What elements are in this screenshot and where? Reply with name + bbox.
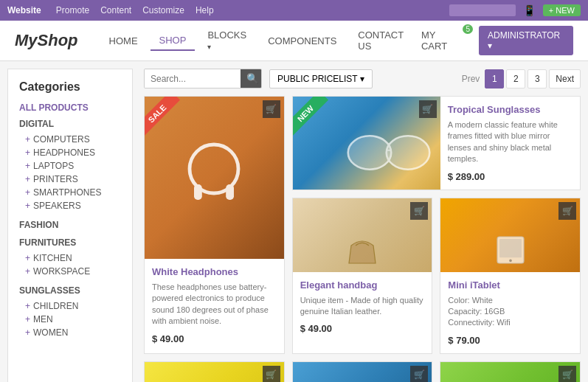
product-desc-sunglasses: A modern classic feature white frames fi…	[448, 119, 573, 165]
product-image-bottom2: 🛒	[293, 362, 432, 382]
cart-badge: 5	[463, 24, 473, 34]
sidebar-item-men[interactable]: MEN	[19, 313, 121, 326]
sidebar-section-furnitures-title: FURNITURES	[19, 237, 121, 248]
sidebar-item-workspace[interactable]: WORKSPACE	[19, 265, 121, 278]
product-image-bottom1: 🛒	[145, 362, 284, 382]
sidebar-item-speakers[interactable]: SPEAKERS	[19, 199, 121, 212]
svg-point-4	[386, 136, 429, 170]
sale-badge: SALE	[145, 97, 185, 137]
product-price-handbag: $ 49.00	[300, 323, 425, 334]
sidebar-item-computers[interactable]: COMPUTERS	[19, 133, 121, 146]
product-info-sunglasses: Tropical Sunglasses A modern classic fea…	[440, 97, 580, 190]
product-card-sunglasses: NEW 🛒 Tropical Sunglasses	[292, 96, 581, 190]
admin-nav-content[interactable]: Content	[100, 5, 131, 15]
product-image-headphones: SALE 🛒	[145, 97, 284, 259]
sidebar-item-laptops[interactable]: LAPTOPS	[19, 159, 121, 173]
admin-nav-help[interactable]: Help	[196, 5, 214, 15]
admin-nav-customize[interactable]: Customize	[142, 5, 184, 15]
admin-search-bar	[449, 4, 516, 16]
all-products-link[interactable]: ALL PRODUCTS	[19, 103, 121, 113]
sidebar-section-digital: DIGITAL COMPUTERS HEADPHONES LAPTOPS PRI…	[19, 119, 121, 212]
shop-main: 🔍 PUBLIC PRICELIST Prev 1 2 3 Next SALE …	[144, 69, 581, 382]
search-input[interactable]	[145, 69, 241, 88]
product-desc-tablet: Color: White Capacity: 16GB Connectivity…	[448, 295, 573, 329]
sidebar-item-kitchen[interactable]: KITCHEN	[19, 251, 121, 265]
admin-nav-promote[interactable]: Promote	[56, 5, 89, 15]
sidebar: Categories ALL PRODUCTS DIGITAL COMPUTER…	[7, 69, 133, 382]
add-to-cart-bottom1[interactable]: 🛒	[263, 366, 280, 382]
admin-bar: Website Promote Content Customize Help 📱…	[0, 0, 588, 21]
product-name-headphones[interactable]: White Headphones	[152, 266, 277, 277]
sidebar-item-headphones[interactable]: HEADPHONES	[19, 146, 121, 159]
page-btn-2[interactable]: 2	[506, 69, 525, 88]
product-image-sunglasses: NEW 🛒	[293, 97, 440, 190]
sidebar-item-children[interactable]: CHILDREN	[19, 299, 121, 313]
new-button[interactable]: + NEW	[543, 4, 581, 16]
product-info-handbag: Elegant handbag Unique item - Made of hi…	[293, 272, 432, 342]
next-btn[interactable]: Next	[549, 69, 581, 88]
sidebar-item-smartphones[interactable]: SMARTPHONES	[19, 186, 121, 199]
add-to-cart-bottom2[interactable]: 🛒	[410, 366, 428, 382]
new-badge: NEW	[293, 97, 333, 137]
product-price-sunglasses: $ 289.00	[448, 171, 573, 182]
sidebar-section-furnitures: FURNITURES KITCHEN WORKSPACE	[19, 237, 121, 278]
product-grid: SALE 🛒 White Headphones These headphones…	[144, 96, 581, 382]
product-card-handbag: 🛒 Elegant handbag Unique item - Made of …	[292, 198, 433, 354]
prev-label: Prev	[462, 74, 480, 84]
pagination: Prev 1 2 3 Next	[462, 69, 581, 88]
search-button[interactable]: 🔍	[241, 69, 262, 88]
nav-components[interactable]: COMPONENTS	[259, 32, 345, 50]
main-header: MyShop HOME SHOP BLOCKS COMPONENTS CONTA…	[0, 21, 588, 61]
product-info-headphones: White Headphones These headphones use ba…	[145, 259, 284, 352]
shop-top-bar: 🔍 PUBLIC PRICELIST Prev 1 2 3 Next	[144, 69, 581, 88]
nav-contact[interactable]: CONTACT US	[349, 26, 412, 55]
logo[interactable]: MyShop	[15, 31, 78, 50]
add-to-cart-tablet[interactable]: 🛒	[558, 202, 576, 220]
page-btn-3[interactable]: 3	[528, 69, 547, 88]
new-badge-label: NEW	[293, 97, 328, 136]
sale-badge-label: SALE	[145, 97, 180, 136]
page-btn-1[interactable]: 1	[485, 69, 504, 88]
sidebar-title: Categories	[19, 80, 121, 94]
sidebar-section-digital-title: DIGITAL	[19, 119, 121, 129]
nav-home[interactable]: HOME	[100, 32, 147, 50]
nav-blocks[interactable]: BLOCKS	[198, 26, 255, 55]
product-card-bottom2: 🛒	[292, 361, 433, 382]
search-box: 🔍	[144, 69, 262, 88]
add-to-cart-bottom3[interactable]: 🛒	[558, 366, 576, 382]
nav-shop[interactable]: SHOP	[151, 31, 196, 51]
product-desc-headphones: These headphones use battery-powered ele…	[152, 282, 277, 327]
product-image-bottom3: 🛒	[440, 362, 580, 382]
product-info-tablet: Mini iTablet Color: White Capacity: 16GB…	[440, 272, 580, 353]
svg-rect-7	[499, 239, 522, 257]
cart-button[interactable]: MY CART 5	[412, 26, 471, 55]
product-image-handbag: 🛒	[293, 198, 432, 272]
product-card-bottom1: 🛒	[144, 361, 285, 382]
sidebar-section-fashion-title: FASHION	[19, 220, 121, 230]
product-card-tablet: 🛒 Mini iTablet Color: White Capacity: 16…	[440, 198, 581, 354]
admin-right-tools: 📱 + NEW	[449, 4, 581, 16]
sidebar-item-women[interactable]: WOMEN	[19, 326, 121, 339]
sidebar-section-sunglasses-title: SUNGLASSES	[19, 285, 121, 296]
product-card-bottom3: 🛒	[440, 361, 581, 382]
product-desc-handbag: Unique item - Made of high quality genui…	[300, 295, 425, 318]
svg-point-8	[509, 259, 512, 262]
svg-point-3	[347, 136, 391, 170]
sidebar-section-fashion: FASHION	[19, 220, 121, 230]
svg-rect-1	[194, 184, 202, 200]
add-to-cart-sunglasses[interactable]: 🛒	[419, 100, 437, 118]
main-nav: HOME SHOP BLOCKS COMPONENTS CONTACT US	[100, 26, 412, 55]
add-to-cart-handbag[interactable]: 🛒	[410, 202, 428, 220]
sidebar-item-printers[interactable]: PRINTERS	[19, 173, 121, 186]
admin-dropdown[interactable]: ADMINISTRATOR ▾	[479, 26, 573, 55]
product-name-tablet[interactable]: Mini iTablet	[448, 279, 573, 291]
pricelist-button[interactable]: PUBLIC PRICELIST	[269, 69, 373, 88]
mobile-icon[interactable]: 📱	[523, 4, 536, 16]
product-name-handbag[interactable]: Elegant handbag	[300, 279, 425, 291]
sidebar-section-sunglasses: SUNGLASSES CHILDREN MEN WOMEN	[19, 285, 121, 339]
add-to-cart-headphones[interactable]: 🛒	[263, 100, 280, 118]
svg-rect-2	[226, 184, 235, 200]
site-name[interactable]: Website	[7, 5, 41, 15]
product-name-sunglasses[interactable]: Tropical Sunglasses	[448, 104, 573, 115]
product-card-headphones: SALE 🛒 White Headphones These headphones…	[144, 96, 285, 354]
